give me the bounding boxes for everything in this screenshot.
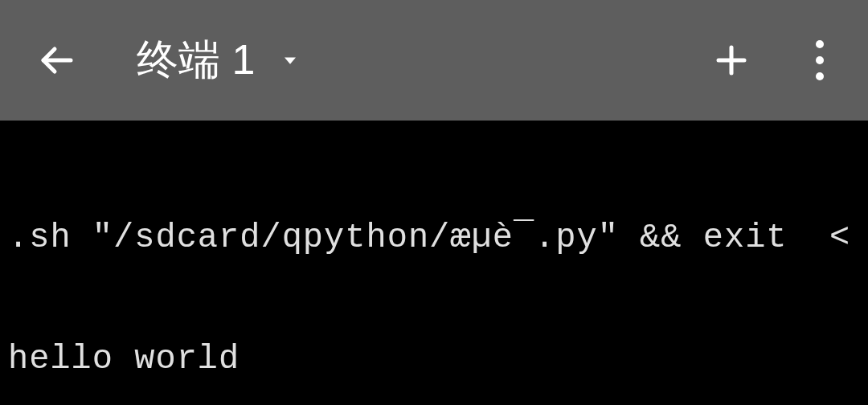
terminal-line: .sh "/sdcard/qpython/æµè¯.py" && exit < … — [8, 218, 860, 258]
menu-dot-icon — [816, 72, 824, 80]
overflow-menu-button[interactable] — [804, 36, 836, 84]
arrow-left-icon — [37, 41, 76, 80]
add-button[interactable] — [707, 36, 755, 84]
page-title: 终端 1 — [137, 32, 255, 88]
plus-icon — [712, 41, 751, 80]
svg-marker-1 — [285, 58, 296, 64]
back-button[interactable] — [32, 36, 80, 84]
terminal-output[interactable]: .sh "/sdcard/qpython/æµè¯.py" && exit < … — [0, 121, 868, 405]
chevron-down-icon — [279, 49, 301, 72]
menu-dot-icon — [816, 40, 824, 48]
title-dropdown[interactable]: 终端 1 — [137, 32, 301, 88]
terminal-line: hello world — [8, 339, 860, 379]
toolbar: 终端 1 — [0, 0, 868, 121]
menu-dot-icon — [816, 56, 824, 64]
